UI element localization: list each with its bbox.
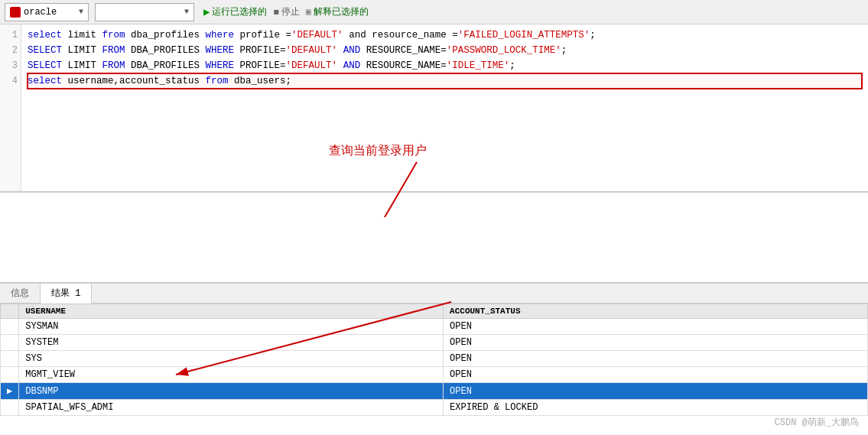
cell-username: SPATIAL_WFS_ADMI (19, 400, 444, 416)
plain-2f: ; (561, 43, 567, 58)
cell-account-status: EXPIRED & LOCKED (444, 400, 868, 416)
line-num-3: 3 (0, 58, 18, 73)
kw-where-3: WHERE (206, 58, 235, 73)
kw-select-1: select (28, 28, 62, 43)
table-header-row: USERNAME ACCOUNT_STATUS (1, 304, 868, 319)
oracle-connection-dropdown[interactable]: oracle ▼ (5, 3, 89, 21)
kw-from-1: from (102, 28, 125, 43)
tab-info[interactable]: 信息 (0, 284, 41, 303)
cell-account-status: OPEN (444, 319, 868, 335)
toolbar: oracle ▼ ▼ ▶ 运行已选择的 ◼ 停止 ▣ 解释已选择的 (0, 0, 868, 24)
kw-where-1: where (206, 28, 235, 43)
explain-button[interactable]: ▣ 解释已选择的 (306, 5, 369, 18)
results-table: USERNAME ACCOUNT_STATUS SYSMANOPENSYSTEM… (0, 304, 868, 416)
table-row: SYSMANOPEN (1, 319, 868, 335)
header-indicator (1, 304, 19, 319)
cell-username: SYSTEM (19, 335, 444, 351)
cell-account-status: OPEN (444, 383, 868, 400)
stop-icon: ◼ (273, 6, 278, 18)
str-passlock-2: 'PASSWORD_LOCK_TIME' (447, 43, 561, 58)
plain-3d (337, 58, 343, 73)
row-indicator (1, 400, 19, 416)
code-lines: select limit from dba_profiles where pro… (21, 24, 868, 191)
table-row: SYSTEMOPEN (1, 335, 868, 351)
plain-4b: dba_users; (229, 73, 292, 89)
bottom-panel: 信息 结果 1 USERNAME ACCOUNT_STATUS SYSMANOP… (0, 282, 868, 435)
plain-3a: LIMIT (62, 58, 102, 73)
results-tbody: SYSMANOPENSYSTEMOPENSYSOPENMGMT_VIEWOPEN… (1, 319, 868, 416)
watermark-text: CSDN @萌新_大鹏鸟 (775, 417, 859, 428)
kw-where-2: WHERE (206, 43, 235, 58)
oracle-icon (10, 7, 21, 18)
plain-2d (337, 43, 343, 58)
cell-username: SYSMAN (19, 319, 444, 335)
header-username: USERNAME (19, 304, 444, 319)
panel-tabs: 信息 结果 1 (0, 284, 868, 304)
code-line-1: select limit from dba_profiles where pro… (28, 28, 862, 43)
line-num-1: 1 (0, 28, 18, 43)
annotation-text: 查询当前登录用户 (329, 143, 427, 159)
schema-dropdown[interactable]: ▼ (95, 3, 194, 21)
line-num-4: 4 (0, 73, 18, 89)
cell-username: MGMT_VIEW (19, 367, 444, 383)
str-failed-1: 'FAILED_LOGIN_ATTEMPTS' (458, 28, 590, 43)
kw-and-3: AND (343, 58, 361, 73)
code-line-2: SELECT LIMIT FROM DBA_PROFILES WHERE PRO… (28, 43, 862, 58)
main-container: oracle ▼ ▼ ▶ 运行已选择的 ◼ 停止 ▣ 解释已选择的 1 (0, 0, 868, 435)
plain-1e: ; (590, 28, 596, 43)
tab-result[interactable]: 结果 1 (41, 284, 92, 304)
row-indicator: ▶ (1, 383, 19, 400)
cell-account-status: OPEN (444, 335, 868, 351)
code-line-3: SELECT LIMIT FROM DBA_PROFILES WHERE PRO… (28, 58, 862, 73)
run-button[interactable]: ▶ 运行已选择的 (203, 5, 267, 18)
cell-account-status: OPEN (444, 351, 868, 367)
run-icon: ▶ (203, 5, 210, 18)
code-line-4: select username,account_status from dba_… (28, 73, 862, 89)
code-editor[interactable]: 1 2 3 4 select limit from dba_profiles w… (0, 24, 868, 193)
tab-info-label: 信息 (11, 287, 29, 300)
str-default-2: 'DEFAULT' (286, 43, 338, 58)
table-row: SYSOPEN (1, 351, 868, 367)
plain-4a: username,account_status (62, 73, 206, 89)
str-default-1: 'DEFAULT' (291, 28, 343, 43)
plain-2c: PROFILE= (234, 43, 286, 58)
stop-button[interactable]: ◼ 停止 (273, 5, 299, 18)
str-default-3: 'DEFAULT' (286, 58, 338, 73)
table-row: ▶DBSNMPOPEN (1, 383, 868, 400)
toolbar-actions: ▶ 运行已选择的 ◼ 停止 ▣ 解释已选择的 (203, 5, 369, 18)
kw-select-3: SELECT (28, 58, 62, 73)
editor-area: 1 2 3 4 select limit from dba_profiles w… (0, 24, 868, 217)
kw-select-2: SELECT (28, 43, 62, 58)
plain-1c: profile = (234, 28, 291, 43)
results-scroll[interactable]: USERNAME ACCOUNT_STATUS SYSMANOPENSYSTEM… (0, 304, 868, 417)
cell-username: DBSNMP (19, 383, 444, 400)
run-label: 运行已选择的 (212, 5, 267, 18)
kw-select-4: select (28, 73, 62, 89)
plain-2b: DBA_PROFILES (125, 43, 206, 58)
explain-label: 解释已选择的 (314, 5, 369, 18)
kw-from-3: FROM (102, 58, 125, 73)
plain-3e: RESOURCE_NAME= (360, 58, 447, 73)
table-row: SPATIAL_WFS_ADMIEXPIRED & LOCKED (1, 400, 868, 416)
plain-1b: dba_profiles (125, 28, 206, 43)
watermark: CSDN @萌新_大鹏鸟 (775, 416, 859, 429)
plain-2e: RESOURCE_NAME= (360, 43, 447, 58)
header-account-status: ACCOUNT_STATUS (444, 304, 868, 319)
table-row: MGMT_VIEWOPEN (1, 367, 868, 383)
row-indicator (1, 335, 19, 351)
plain-3f: ; (509, 58, 515, 73)
line-numbers: 1 2 3 4 (0, 24, 21, 191)
str-idletime-3: 'IDLE_TIME' (447, 58, 510, 73)
plain-1a: limit (62, 28, 102, 43)
row-indicator (1, 351, 19, 367)
cell-account-status: OPEN (444, 367, 868, 383)
oracle-dropdown-arrow: ▼ (79, 8, 83, 16)
kw-from-4: from (206, 73, 229, 89)
line-num-2: 2 (0, 43, 18, 58)
kw-and-2: AND (343, 43, 361, 58)
schema-dropdown-arrow: ▼ (184, 8, 189, 16)
plain-2a: LIMIT (62, 43, 102, 58)
row-indicator (1, 319, 19, 335)
plain-1d: and resource_name = (343, 28, 458, 43)
plain-3c: PROFILE= (234, 58, 286, 73)
